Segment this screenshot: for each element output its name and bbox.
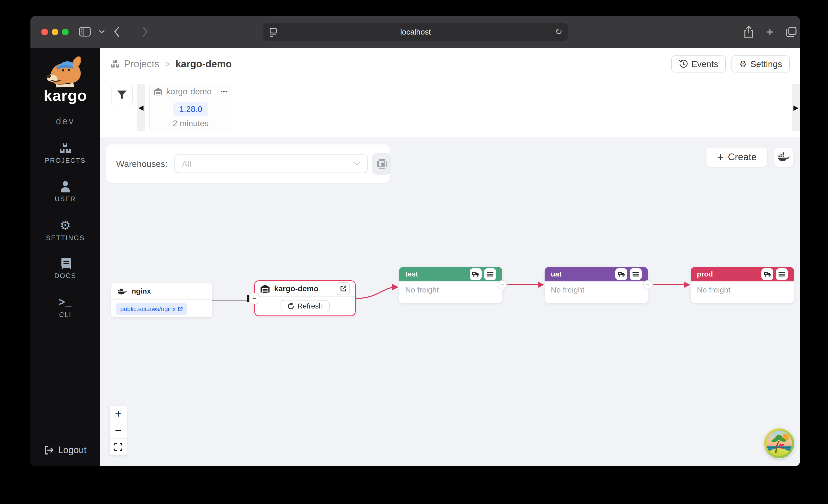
stage-menu-button[interactable]: [484, 268, 496, 280]
back-button[interactable]: [114, 26, 120, 37]
sidebar-toggle-icon[interactable]: [79, 27, 91, 37]
terminal-icon: >_: [58, 296, 72, 308]
truck-icon: [618, 271, 625, 277]
menu-icon: [779, 272, 785, 277]
history-icon: [679, 59, 688, 68]
events-button[interactable]: Events: [671, 55, 726, 73]
user-icon: [59, 181, 71, 192]
settings-label: Settings: [750, 59, 782, 69]
breadcrumb-projects[interactable]: Projects: [124, 58, 159, 70]
sidebar-item-label: CLI: [59, 311, 72, 319]
share-icon[interactable]: [744, 26, 754, 38]
close-window-button[interactable]: [41, 29, 48, 35]
collapse-stage-handle[interactable]: −: [643, 280, 653, 289]
repo-node-title: nginx: [132, 287, 151, 295]
timeline-scroll-right[interactable]: ▶: [792, 84, 800, 131]
island-badge[interactable]: [764, 428, 794, 459]
fullscreen-icon: [114, 443, 122, 451]
sidebar-item-label: DOCS: [54, 272, 76, 280]
timeline-scroll-left[interactable]: ◀: [137, 84, 145, 131]
refresh-icon: [287, 303, 294, 310]
freight-version-badge[interactable]: 1.28.0: [173, 102, 209, 116]
pipeline-canvas[interactable]: Warehouses: All + Create: [100, 137, 800, 466]
promote-button[interactable]: [615, 268, 627, 280]
zoom-window-button[interactable]: [62, 29, 69, 35]
stage-node-prod[interactable]: prod: [691, 267, 794, 303]
warehouse-card-header: kargo-demo •••: [150, 84, 232, 99]
app-sidebar: kargo dev PROJECTS USER ⚙: [31, 48, 100, 466]
stage-freight-status: No freight: [399, 281, 502, 294]
sidebar-item-settings[interactable]: ⚙ SETTINGS: [46, 219, 85, 242]
repo-node-nginx[interactable]: nginx public.ecr.aws/nginx: [111, 283, 212, 317]
filter-button[interactable]: [111, 85, 133, 105]
logout-button[interactable]: Logout: [31, 445, 100, 456]
chevron-down-icon[interactable]: [98, 30, 105, 34]
stage-name: prod: [697, 270, 713, 278]
truck-icon: [764, 271, 771, 277]
sidebar-item-cli[interactable]: >_ CLI: [58, 296, 72, 319]
main-content: Projects > kargo-demo Events ⚙ Settings: [100, 48, 800, 466]
menu-icon: [487, 272, 494, 277]
forward-button[interactable]: [142, 26, 148, 37]
freight-timeline: ◀ kargo-demo ••• 1.28.0 2 minutes: [100, 80, 800, 137]
breadcrumb-separator: >: [165, 59, 170, 69]
boxes-icon: [59, 143, 72, 154]
stage-node-test[interactable]: test: [399, 267, 502, 303]
zoom-in-button[interactable]: +: [110, 406, 127, 422]
events-label: Events: [692, 59, 718, 69]
stage-node-uat[interactable]: uat: [545, 267, 648, 303]
fit-view-button[interactable]: [110, 439, 127, 455]
reload-icon[interactable]: ↻: [555, 26, 563, 37]
sidebar-item-docs[interactable]: DOCS: [54, 258, 76, 280]
logout-icon: [44, 445, 54, 455]
url-text: localhost: [400, 28, 431, 36]
stage-freight-status: No freight: [545, 281, 648, 294]
warehouse-node[interactable]: kargo-demo Refresh: [254, 280, 356, 316]
page-format-icon[interactable]: [269, 27, 278, 37]
kargo-wordmark: kargo: [44, 87, 87, 104]
sidebar-item-projects[interactable]: PROJECTS: [45, 143, 86, 165]
promote-button[interactable]: [470, 268, 482, 280]
warehouse-node-header: kargo-demo: [255, 281, 355, 296]
refresh-button[interactable]: Refresh: [280, 300, 329, 312]
freight-version-wrap: 1.28.0 2 minutes: [150, 99, 232, 128]
open-warehouse-button[interactable]: [337, 282, 350, 295]
card-menu-icon[interactable]: •••: [221, 89, 227, 95]
freight-age: 2 minutes: [150, 119, 232, 128]
zoom-out-button[interactable]: −: [110, 422, 127, 439]
stage-name: uat: [551, 270, 562, 278]
docker-icon: [118, 288, 127, 295]
stage-header: uat: [545, 267, 648, 281]
env-label: dev: [56, 116, 75, 127]
new-tab-icon[interactable]: +: [766, 26, 774, 38]
minimize-window-button[interactable]: [52, 29, 58, 35]
boxes-icon: [111, 59, 120, 68]
truck-icon: [472, 271, 479, 277]
external-link-icon: [340, 285, 347, 292]
settings-button[interactable]: ⚙ Settings: [732, 55, 790, 73]
canvas-zoom-controls: + −: [110, 406, 127, 455]
edge-endpoint: [247, 295, 249, 302]
collapse-warehouse-handle[interactable]: −: [249, 293, 259, 304]
stage-header: prod: [691, 267, 794, 281]
sidebar-item-label: SETTINGS: [46, 234, 85, 242]
breadcrumb: Projects > kargo-demo Events ⚙ Settings: [100, 48, 800, 80]
kargo-logo: [43, 56, 88, 88]
tab-overview-icon[interactable]: [785, 26, 797, 38]
repo-link-text: public.ecr.aws/nginx: [120, 306, 176, 313]
repo-link[interactable]: public.ecr.aws/nginx: [116, 303, 187, 315]
address-bar[interactable]: localhost ↻: [263, 23, 568, 41]
gear-icon: ⚙: [59, 219, 71, 231]
stage-menu-button[interactable]: [776, 268, 788, 280]
promote-button[interactable]: [761, 268, 773, 280]
collapse-stage-handle[interactable]: −: [498, 280, 507, 289]
browser-titlebar: localhost ↻ +: [31, 16, 800, 48]
refresh-label: Refresh: [297, 302, 323, 310]
warehouse-card-title: kargo-demo: [166, 87, 212, 96]
warehouse-timeline-card[interactable]: kargo-demo ••• 1.28.0 2 minutes: [149, 84, 232, 131]
browser-window: localhost ↻ +: [31, 16, 800, 466]
stage-menu-button[interactable]: [630, 268, 641, 280]
sidebar-item-user[interactable]: USER: [55, 181, 76, 203]
stage-name: test: [405, 270, 418, 278]
gear-icon: ⚙: [739, 60, 747, 68]
